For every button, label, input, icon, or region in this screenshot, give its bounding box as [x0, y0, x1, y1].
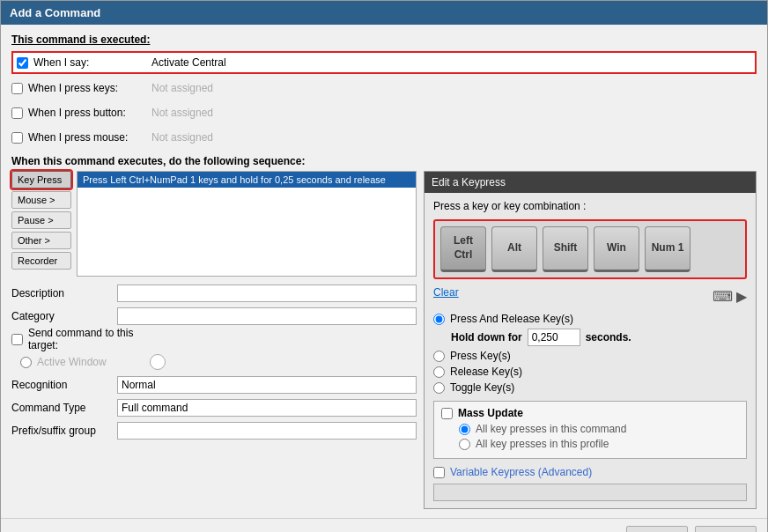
description-row: Description	[11, 284, 417, 303]
hold-down-label: Hold down for	[451, 331, 522, 344]
toggle-key-row: Toggle Key(s)	[433, 381, 747, 394]
press-button-value: Not assigned	[151, 107, 213, 119]
release-key-row: Release Key(s)	[433, 366, 747, 378]
keys-row: LeftCtrl Alt Shift Win Num 1	[433, 219, 747, 279]
press-mouse-row: When I press mouse: Not assigned	[11, 127, 757, 148]
command-type-label: Command Type	[11, 402, 117, 414]
mass-update-checkbox[interactable]	[441, 408, 453, 419]
win-key[interactable]: Win	[594, 226, 639, 272]
hold-down-input[interactable]	[528, 329, 580, 346]
toggle-key-radio[interactable]	[433, 382, 445, 394]
recognition-label: Recognition	[11, 379, 117, 391]
recognition-row: Recognition	[11, 375, 417, 395]
all-in-command-row: All key presses in this command	[459, 423, 739, 435]
shift-key[interactable]: Shift	[543, 226, 588, 272]
command-list[interactable]: Press Left Ctrl+NumPad 1 keys and hold f…	[77, 171, 417, 277]
press-button-row: When I press button: Not assigned	[11, 102, 757, 123]
when-i-say-row: When I say:	[11, 51, 757, 74]
keypress-editor-panel: Edit a Keypress Press a key or key combi…	[424, 171, 757, 509]
add-command-dialog: Add a Command This command is executed: …	[0, 0, 768, 532]
send-cmd-label: Send command to this target:	[28, 327, 134, 351]
active-window-label: Active Window	[37, 356, 143, 368]
left-ctrl-key[interactable]: LeftCtrl	[440, 226, 486, 272]
variable-keypress-row: Variable Keypress (Advanced)	[433, 466, 747, 478]
mass-update-section: Mass Update All key presses in this comm…	[433, 401, 747, 459]
press-keys-checkbox[interactable]	[11, 83, 23, 94]
variable-keypress-input[interactable]	[433, 484, 747, 501]
key-combo-label: Press a key or key combination :	[433, 200, 747, 212]
clear-link[interactable]: Clear	[433, 286, 459, 299]
cmd-buttons-panel: Key Press Mouse > Pause > Other > Record…	[11, 171, 71, 277]
sequence-label: When this command executes, do the follo…	[11, 155, 757, 167]
keypress-editor-title: Edit a Keypress	[425, 172, 756, 193]
key-press-button[interactable]: Key Press	[11, 171, 71, 188]
recognition-input[interactable]	[117, 376, 417, 394]
press-key-label: Press Key(s)	[450, 350, 511, 362]
when-i-say-checkbox[interactable]	[17, 57, 28, 69]
window-indicator	[150, 354, 166, 370]
cancel-button[interactable]: Cancel	[695, 526, 757, 532]
all-in-profile-radio[interactable]	[459, 439, 470, 450]
press-mouse-label: When I press mouse:	[28, 131, 151, 144]
mouse-button[interactable]: Mouse >	[11, 191, 71, 209]
category-label: Category	[11, 310, 117, 322]
press-mouse-checkbox[interactable]	[11, 132, 23, 144]
press-keys-row: When I press keys: Not assigned	[11, 78, 757, 99]
press-release-row: Press And Release Key(s)	[433, 313, 747, 325]
recorder-button[interactable]: Recorder	[11, 252, 71, 270]
send-cmd-row: Send command to this target:	[11, 329, 417, 349]
dialog-footer: OK Cancel	[1, 518, 767, 532]
num1-key[interactable]: Num 1	[645, 226, 690, 272]
mass-update-title: Mass Update	[441, 407, 739, 419]
toggle-key-label: Toggle Key(s)	[450, 381, 514, 394]
ok-button[interactable]: OK	[626, 526, 688, 532]
press-release-radio[interactable]	[433, 314, 445, 325]
press-key-row: Press Key(s)	[433, 350, 747, 362]
command-item[interactable]: Press Left Ctrl+NumPad 1 keys and hold f…	[78, 172, 416, 188]
press-key-radio[interactable]	[433, 351, 445, 362]
when-i-say-label: When I say:	[33, 56, 148, 69]
release-key-label: Release Key(s)	[450, 366, 522, 378]
seconds-label: seconds.	[586, 331, 631, 344]
prefix-suffix-row: Prefix/suffix group	[11, 421, 417, 440]
variable-keypress-checkbox[interactable]	[433, 467, 445, 478]
prefix-suffix-input[interactable]	[117, 422, 417, 440]
section-executed-label: This command is executed:	[11, 33, 757, 46]
dialog-title: Add a Command	[1, 1, 767, 25]
when-i-say-input[interactable]	[148, 55, 751, 70]
command-type-input[interactable]	[117, 399, 417, 417]
keyboard-icon[interactable]: ⌨ ▶	[713, 288, 747, 305]
prefix-suffix-label: Prefix/suffix group	[11, 425, 117, 437]
other-button[interactable]: Other >	[11, 232, 71, 249]
active-window-row: Active Window	[20, 352, 417, 372]
category-input[interactable]	[117, 307, 417, 325]
release-key-radio[interactable]	[433, 366, 445, 378]
press-mouse-value: Not assigned	[151, 131, 213, 144]
description-input[interactable]	[117, 284, 417, 302]
all-in-profile-row: All key presses in this profile	[459, 438, 739, 450]
category-row: Category	[11, 307, 417, 326]
press-button-checkbox[interactable]	[11, 107, 23, 119]
press-button-label: When I press button:	[28, 107, 151, 119]
press-release-label: Press And Release Key(s)	[450, 313, 573, 325]
variable-keypress-label[interactable]: Variable Keypress (Advanced)	[450, 466, 592, 478]
active-window-radio[interactable]	[20, 357, 32, 368]
alt-key[interactable]: Alt	[491, 226, 537, 272]
send-cmd-checkbox[interactable]	[11, 334, 23, 345]
press-keys-label: When I press keys:	[28, 82, 151, 94]
description-label: Description	[11, 287, 117, 299]
press-keys-value: Not assigned	[151, 82, 213, 94]
pause-button[interactable]: Pause >	[11, 211, 71, 229]
hold-row: Hold down for seconds.	[451, 329, 747, 346]
command-type-row: Command Type	[11, 398, 417, 417]
all-in-command-radio[interactable]	[459, 424, 470, 435]
all-in-command-label: All key presses in this command	[476, 423, 626, 435]
all-in-profile-label: All key presses in this profile	[476, 438, 609, 450]
